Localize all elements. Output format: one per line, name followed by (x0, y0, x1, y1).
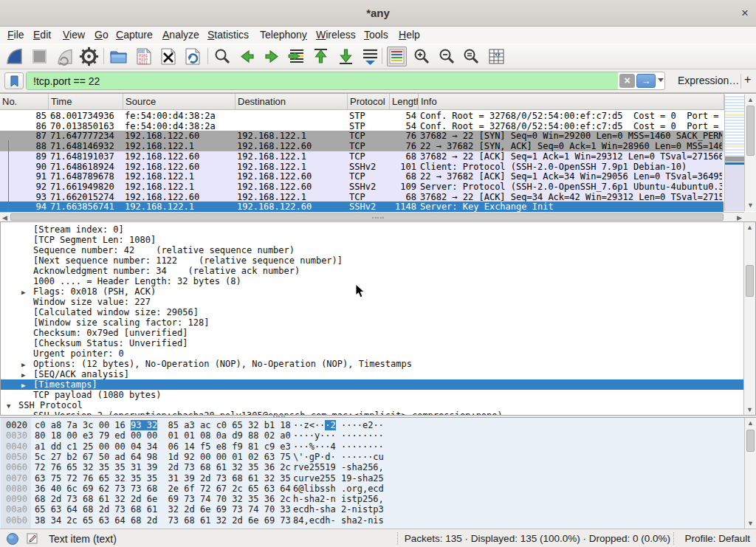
detail-line[interactable]: ▶[SEQ/ACK analysis] (1, 369, 743, 379)
menu-view[interactable]: View (63, 29, 85, 41)
scroll-up-icon[interactable]: ▲ (745, 419, 756, 427)
menu-help[interactable]: Help (399, 29, 420, 41)
menu-capture[interactable]: Capture (116, 29, 153, 41)
zoom-original-icon[interactable] (461, 47, 481, 66)
detail-line[interactable]: TCP payload (1080 bytes) (1, 390, 743, 400)
packet-row-94[interactable]: 9471.663856741192.168.122.1192.168.122.6… (0, 202, 724, 212)
detail-line[interactable]: [TCP Segment Len: 1080] (1, 235, 743, 245)
expand-expanded-icon[interactable]: ▼ (7, 401, 10, 411)
reload-file-icon[interactable] (182, 47, 202, 66)
expression-button[interactable]: Expression… (678, 75, 739, 86)
menu-tools[interactable]: Tools (364, 29, 388, 41)
packet-row-93[interactable]: 9371.662015274192.168.122.60192.168.122.… (0, 192, 724, 202)
detail-line[interactable]: [Stream index: 0] (1, 224, 743, 235)
detail-line[interactable]: ▶[Timestamps] (1, 379, 743, 390)
expand-collapsed-icon[interactable]: ▶ (21, 380, 25, 391)
packet-row-89[interactable]: 8971.648191037192.168.122.60192.168.122.… (0, 151, 724, 162)
zoom-out-icon[interactable] (437, 47, 457, 66)
menu-file[interactable]: File (7, 29, 24, 41)
open-file-icon[interactable] (109, 47, 128, 66)
detail-line[interactable]: Window size value: 227 (1, 297, 743, 307)
scroll-left-icon[interactable]: ◀ (2, 214, 7, 221)
detail-line[interactable]: ▶Flags: 0x018 (PSH, ACK) (1, 286, 743, 297)
resize-columns-icon[interactable] (487, 47, 506, 66)
scroll-down-icon[interactable]: ▼ (745, 202, 756, 209)
scrollbar-handle[interactable] (10, 213, 724, 221)
packet-row-92[interactable]: 9271.661949820192.168.122.1192.168.122.6… (0, 182, 724, 192)
splitter-handle[interactable] (372, 217, 384, 219)
capture-options-icon[interactable] (79, 47, 99, 66)
hex-row-0050[interactable]: 00505c 27 b2 67 50 ad 64 98 1d 92 00 00 … (0, 452, 738, 462)
filter-dropdown-caret[interactable] (658, 78, 664, 82)
detail-line[interactable]: ▶SSH Version 2 (encryption:chacha20-poly… (1, 410, 743, 416)
go-last-icon[interactable] (336, 47, 356, 66)
hex-row-00a0[interactable]: 00a065 63 64 68 2d 73 68 61 32 2d 6e 69 … (0, 504, 738, 515)
detail-line[interactable]: [Calculated window size: 29056] (1, 307, 743, 317)
menu-edit[interactable]: Edit (33, 29, 51, 41)
capture-comment-icon[interactable] (27, 532, 39, 547)
hex-row-0020[interactable]: 0020c0 a8 7a 3c 00 16 93 32 85 a3 ac c0 … (0, 420, 738, 430)
menu-wireless[interactable]: Wireless (316, 29, 356, 41)
go-back-icon[interactable] (237, 47, 257, 66)
add-filter-button[interactable]: + (744, 73, 751, 86)
scroll-right-icon[interactable]: ▶ (737, 214, 742, 221)
column-header-length[interactable]: Length (390, 94, 419, 109)
intelligent-scrollbar-minimap[interactable] (724, 94, 744, 211)
column-header-time[interactable]: Time (49, 94, 123, 109)
expand-collapsed-icon[interactable]: ▶ (21, 370, 25, 380)
go-to-packet-icon[interactable] (286, 47, 306, 66)
menu-analyze[interactable]: Analyze (162, 29, 199, 41)
detail-line[interactable]: ▼SSH Protocol (1, 400, 743, 410)
detail-line[interactable]: 1000 .... = Header Length: 32 bytes (8) (1, 276, 743, 286)
detail-line[interactable]: Sequence number: 42 (relative sequence n… (1, 245, 743, 255)
hex-row-00b0[interactable]: 00b038 34 2c 65 63 64 68 2d 73 68 61 32 … (0, 515, 738, 526)
filter-apply-button[interactable]: → (636, 74, 656, 88)
column-header-info[interactable]: Info (419, 94, 724, 109)
expert-info-icon[interactable] (6, 532, 19, 547)
go-first-icon[interactable] (311, 47, 331, 66)
scroll-up-icon[interactable]: ▲ (744, 224, 755, 231)
status-profile[interactable]: Profile: Default (684, 533, 750, 544)
scroll-down-icon[interactable]: ▼ (745, 520, 756, 527)
close-file-icon[interactable] (158, 47, 178, 66)
auto-scroll-icon[interactable] (360, 47, 380, 66)
packet-row-86[interactable]: 8670.013850163fe:54:00:d4:38:2aSTP54Conf… (0, 121, 724, 131)
hex-row-0070[interactable]: 007063 75 72 76 65 32 35 35 31 39 2d 73 … (0, 473, 738, 484)
packet-row-88[interactable]: 8871.648146932192.168.122.1192.168.122.6… (0, 141, 724, 151)
save-file-icon[interactable]: 010101100111 (134, 47, 154, 66)
filter-clear-button[interactable]: × (619, 74, 635, 88)
hex-vscrollbar[interactable]: ▲ ▼ (744, 418, 756, 529)
packet-row-87[interactable]: 8771.647777234192.168.122.60192.168.122.… (0, 131, 724, 141)
detail-line[interactable]: [Checksum Status: Unverified] (1, 338, 743, 348)
column-header-protocol[interactable]: Protocol (348, 94, 390, 109)
stop-capture-icon[interactable] (30, 47, 49, 66)
filter-bookmark-button[interactable] (4, 72, 24, 89)
detail-line[interactable]: ▶Options: (12 bytes), No-Operation (NOP)… (1, 359, 743, 369)
wireshark-fin-start-icon[interactable] (4, 47, 24, 66)
scrollbar-handle[interactable] (746, 106, 755, 156)
detail-line[interactable]: [Window size scaling factor: 128] (1, 317, 743, 328)
colorize-packets-icon[interactable] (387, 47, 407, 66)
column-header-no[interactable]: No. (0, 94, 49, 109)
hex-row-0060[interactable]: 006072 76 65 32 35 35 31 39 2d 73 68 61 … (0, 462, 738, 472)
scroll-down-icon[interactable]: ▼ (744, 406, 755, 413)
details-vscrollbar[interactable]: ▲ ▼ (743, 222, 755, 415)
go-forward-icon[interactable] (262, 47, 282, 66)
display-filter-input[interactable]: !tcp.port == 22 × → (26, 72, 665, 90)
detail-line[interactable]: Checksum: 0x79ed [unverified] (1, 328, 743, 338)
packet-list-vscrollbar[interactable]: ▲ ▼ (744, 94, 756, 211)
scroll-up-icon[interactable]: ▲ (745, 96, 756, 103)
find-packet-icon[interactable] (213, 47, 233, 66)
expand-collapsed-icon[interactable]: ▶ (21, 411, 25, 416)
column-header-source[interactable]: Source (123, 94, 236, 109)
menu-telephony[interactable]: Telephony (260, 29, 307, 41)
hex-row-0040[interactable]: 0040a1 dd c1 25 00 00 04 34 06 14 f5 e8 … (0, 441, 738, 452)
packet-row-91[interactable]: 9171.648789678192.168.122.1192.168.122.6… (0, 171, 724, 182)
zoom-in-icon[interactable] (412, 47, 432, 66)
hex-row-0030[interactable]: 003080 18 00 e3 79 ed 00 00 01 01 08 0a … (0, 430, 738, 441)
hex-row-0090[interactable]: 009068 2d 73 68 61 32 2d 6e 69 73 74 70 … (0, 494, 738, 504)
detail-line[interactable]: Acknowledgment number: 34 (relative ack … (1, 266, 743, 276)
column-header-destination[interactable]: Destination (236, 94, 348, 109)
restart-capture-icon[interactable] (55, 47, 75, 66)
menu-statistics[interactable]: Statistics (207, 29, 249, 41)
